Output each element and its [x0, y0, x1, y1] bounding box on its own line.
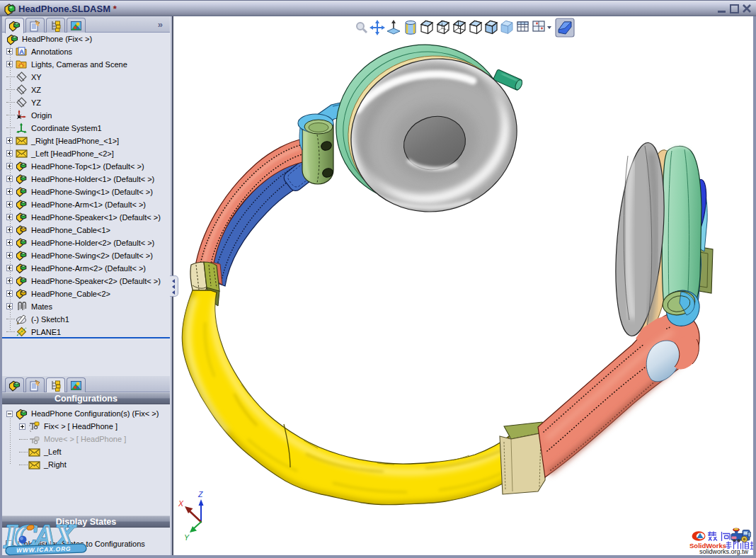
svg-text:Z: Z [197, 490, 203, 499]
svg-text:solidworks.org.tw: solidworks.org.tw [699, 548, 749, 555]
svg-text:X: X [178, 499, 184, 508]
svg-text:Y: Y [184, 533, 190, 542]
